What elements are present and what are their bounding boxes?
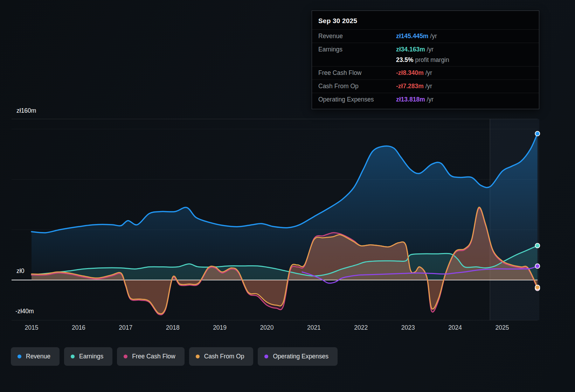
cash-from-op-end-marker: [535, 285, 540, 289]
tooltip-value: zł13.818m /yr: [396, 96, 533, 104]
tooltip-value: zł34.163m /yr: [396, 46, 533, 54]
tooltip-label: Free Cash Flow: [318, 69, 396, 77]
tooltip-value: -zł8.340m /yr: [396, 69, 533, 77]
legend-item-cash-from-op[interactable]: Cash From Op: [189, 347, 254, 366]
legend-item-revenue[interactable]: Revenue: [11, 347, 60, 366]
operating-expenses-dot-icon: [264, 355, 268, 358]
earnings-end-marker: [535, 243, 540, 248]
legend-label: Revenue: [26, 353, 50, 360]
legend-label: Earnings: [79, 353, 103, 360]
tooltip-row-free-cash-flow: Free Cash Flow-zł8.340m /yr: [312, 66, 539, 79]
chart-legend: RevenueEarningsFree Cash FlowCash From O…: [11, 347, 338, 366]
tooltip-row-revenue: Revenuezł145.445m /yr: [312, 29, 539, 43]
tooltip-label: Cash From Op: [318, 82, 396, 90]
y-axis-label-zero: zł0: [16, 267, 24, 275]
cash-from-op-dot-icon: [196, 355, 200, 358]
y-axis-label-neg40m: -zł40m: [15, 308, 34, 315]
tooltip-date: Sep 30 2025: [312, 13, 539, 29]
operating-expenses-end-marker: [535, 264, 540, 268]
free-cash-flow-dot-icon: [124, 355, 127, 358]
legend-item-free-cash-flow[interactable]: Free Cash Flow: [117, 347, 185, 366]
revenue-end-marker: [535, 131, 540, 136]
tooltip-row-cash-from-op: Cash From Op-zł7.283m /yr: [312, 79, 539, 93]
tooltip-value: -zł7.283m /yr: [396, 82, 533, 90]
tooltip-value: zł145.445m /yr: [396, 32, 533, 40]
tooltip-row-operating-expenses: Operating Expenseszł13.818m /yr: [312, 93, 539, 106]
tooltip-value: 23.5% profit margin: [396, 56, 533, 64]
chart-plot[interactable]: [0, 115, 575, 326]
legend-item-earnings[interactable]: Earnings: [64, 347, 112, 366]
tooltip-label: Earnings: [318, 46, 396, 54]
tooltip-row-earnings: Earningszł34.163m /yr: [312, 43, 539, 56]
earnings-dot-icon: [71, 355, 75, 358]
legend-label: Cash From Op: [204, 353, 244, 360]
tooltip-label: Operating Expenses: [318, 96, 396, 104]
y-axis-label-160m: zł160m: [16, 107, 36, 114]
chart-canvas: Sep 30 2025 Revenuezł145.445m /yrEarning…: [0, 0, 575, 392]
revenue-dot-icon: [18, 355, 21, 358]
legend-label: Operating Expenses: [273, 353, 328, 360]
tooltip-row-profit-margin: 23.5% profit margin: [312, 56, 539, 66]
legend-label: Free Cash Flow: [132, 353, 175, 360]
tooltip-rows: Revenuezł145.445m /yrEarningszł34.163m /…: [312, 29, 539, 106]
legend-item-operating-expenses[interactable]: Operating Expenses: [258, 347, 338, 366]
chart-tooltip: Sep 30 2025 Revenuezł145.445m /yrEarning…: [312, 10, 539, 109]
tooltip-label: Revenue: [318, 32, 396, 40]
